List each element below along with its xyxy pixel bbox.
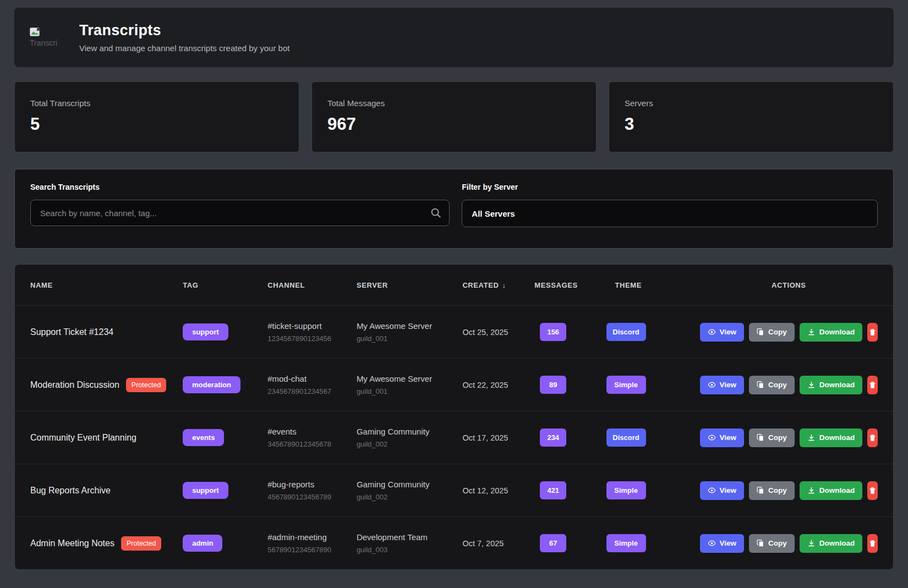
- view-button[interactable]: View: [700, 481, 745, 500]
- column-header-tag: TAG: [183, 281, 267, 289]
- transcript-name: Moderation Discussion: [30, 380, 119, 390]
- broken-image-placeholder: Transcri: [30, 28, 64, 47]
- stat-label: Total Messages: [327, 98, 581, 108]
- server-name: Gaming Community: [357, 480, 463, 489]
- column-header-messages: MESSAGES: [534, 281, 615, 289]
- download-button[interactable]: Download: [800, 428, 863, 447]
- trash-icon: [868, 539, 877, 548]
- column-header-name: NAME: [30, 281, 183, 289]
- copy-button[interactable]: Copy: [749, 481, 795, 500]
- download-icon: [807, 328, 816, 336]
- protected-badge: Protected: [121, 536, 162, 551]
- search-label: Search Transcripts: [30, 183, 450, 191]
- theme-badge: Simple: [606, 481, 646, 499]
- download-icon: [807, 486, 816, 494]
- table-row: Bug Reports Archive support #bug-reports…: [15, 464, 893, 516]
- view-button[interactable]: View: [700, 376, 745, 394]
- page-subtitle: View and manage channel transcripts crea…: [79, 43, 289, 53]
- guild-id: guild_001: [357, 387, 463, 395]
- column-header-theme: THEME: [615, 281, 700, 289]
- created-date: Oct 12, 2025: [462, 486, 508, 495]
- theme-badge: Simple: [606, 376, 646, 394]
- tag-badge: moderation: [183, 376, 240, 393]
- message-count-badge: 156: [540, 323, 566, 341]
- created-date: Oct 25, 2025: [462, 328, 508, 337]
- broken-image-alt-text: Transcri: [30, 39, 64, 47]
- stat-value: 967: [327, 114, 581, 134]
- created-date: Oct 7, 2025: [462, 539, 504, 548]
- copy-button[interactable]: Copy: [749, 534, 795, 553]
- view-button[interactable]: View: [700, 323, 745, 342]
- copy-button[interactable]: Copy: [749, 323, 795, 342]
- stat-value: 3: [625, 114, 878, 134]
- column-header-server: SERVER: [357, 281, 463, 289]
- delete-button[interactable]: [867, 481, 878, 500]
- page: Transcri Transcripts View and manage cha…: [0, 0, 908, 570]
- download-icon: [807, 381, 816, 389]
- delete-button[interactable]: [867, 534, 878, 553]
- copy-icon: [757, 433, 764, 442]
- transcripts-table: NAME TAG CHANNEL SERVER CREATED↓ MESSAGE…: [14, 264, 894, 570]
- stat-card-servers: Servers 3: [609, 81, 894, 152]
- copy-button[interactable]: Copy: [749, 428, 795, 447]
- channel-id: 3456789012345678: [267, 440, 357, 448]
- copy-button[interactable]: Copy: [749, 376, 795, 394]
- filter-panel: Search Transcripts Filter by Server All …: [14, 169, 894, 249]
- eye-icon: [708, 539, 716, 547]
- channel-id: 2345678901234567: [267, 387, 357, 395]
- column-header-channel: CHANNEL: [267, 281, 357, 289]
- download-icon: [807, 539, 816, 547]
- download-button[interactable]: Download: [800, 376, 863, 394]
- channel-name: #ticket-support: [267, 321, 357, 331]
- tag-badge: support: [183, 323, 228, 340]
- server-filter-select[interactable]: All Servers: [462, 200, 878, 227]
- trash-icon: [868, 328, 877, 337]
- eye-icon: [708, 486, 716, 494]
- search-input[interactable]: [30, 200, 450, 226]
- channel-id: 5678901234567890: [267, 546, 357, 554]
- column-header-actions: ACTIONS: [700, 281, 878, 289]
- channel-id: 4567890123456789: [267, 493, 357, 501]
- sort-descending-icon: ↓: [502, 281, 506, 289]
- stat-label: Total Transcripts: [30, 98, 283, 108]
- created-date: Oct 22, 2025: [462, 381, 508, 389]
- delete-button[interactable]: [867, 376, 878, 394]
- transcript-name: Bug Reports Archive: [30, 486, 111, 496]
- eye-icon: [708, 328, 716, 336]
- tag-badge: admin: [183, 535, 222, 552]
- protected-badge: Protected: [126, 378, 167, 392]
- transcript-name: Community Event Planning: [30, 433, 136, 443]
- trash-icon: [868, 486, 877, 495]
- server-name: Gaming Community: [357, 427, 463, 436]
- message-count-badge: 89: [540, 376, 566, 394]
- broken-image-icon: [30, 28, 41, 37]
- transcript-name: Support Ticket #1234: [30, 327, 113, 337]
- table-row: Support Ticket #1234 support #ticket-sup…: [15, 305, 893, 358]
- download-button[interactable]: Download: [800, 323, 863, 342]
- download-button[interactable]: Download: [800, 481, 863, 500]
- view-button[interactable]: View: [700, 428, 745, 447]
- page-header: Transcri Transcripts View and manage cha…: [14, 8, 894, 67]
- stat-card-total-messages: Total Messages 967: [311, 81, 597, 152]
- copy-icon: [757, 381, 764, 389]
- table-row: Community Event Planning events #events …: [15, 411, 893, 464]
- delete-button[interactable]: [867, 428, 878, 447]
- server-filter-label: Filter by Server: [462, 183, 878, 191]
- channel-name: #bug-reports: [267, 480, 357, 489]
- server-name: My Awesome Server: [357, 321, 463, 331]
- eye-icon: [708, 381, 716, 389]
- view-button[interactable]: View: [700, 534, 745, 553]
- copy-icon: [757, 486, 764, 494]
- download-button[interactable]: Download: [800, 534, 863, 553]
- server-name: Development Team: [357, 532, 463, 542]
- column-header-created[interactable]: CREATED↓: [462, 281, 534, 289]
- server-name: My Awesome Server: [357, 374, 463, 383]
- theme-badge: Simple: [606, 534, 646, 552]
- search-icon: [430, 207, 442, 221]
- guild-id: guild_001: [357, 334, 463, 343]
- theme-badge: Discord: [606, 428, 646, 447]
- message-count-badge: 67: [540, 534, 566, 552]
- delete-button[interactable]: [867, 323, 878, 342]
- created-date: Oct 17, 2025: [462, 433, 508, 442]
- stats-row: Total Transcripts 5 Total Messages 967 S…: [14, 81, 894, 152]
